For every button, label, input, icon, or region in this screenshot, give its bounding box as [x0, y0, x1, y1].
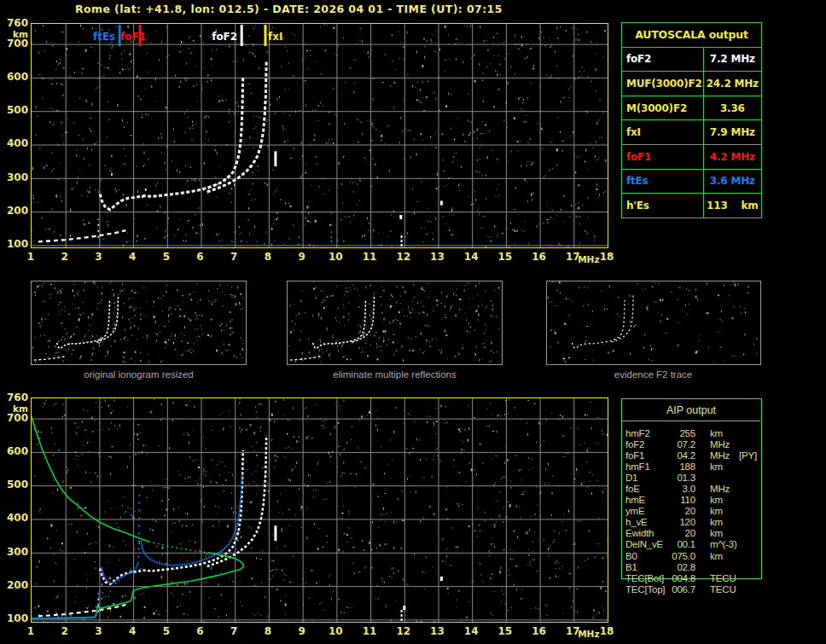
x-axis-tick-label: 1	[20, 625, 42, 637]
autoscala-param-name: M(3000)F2	[622, 96, 704, 120]
aip-row-h_vE: h_vE120km	[625, 517, 769, 528]
x-axis-tick-label: 8	[257, 625, 279, 637]
aip-table-title: AIP output	[622, 404, 760, 416]
aip-param-unit: km	[710, 551, 723, 561]
aip-param-name: Ewidth	[625, 528, 654, 538]
autoscala-param-name: MUF(3000)F2	[622, 72, 704, 96]
x-axis-tick-label: 15	[494, 251, 516, 263]
aip-param-unit: m^(-3)	[710, 539, 737, 549]
autoscala-table-title: AUTOSCALA output	[622, 23, 762, 48]
x-axis-tick-label: 11	[358, 625, 381, 637]
x-axis-unit-label: MHz	[578, 254, 599, 264]
aip-row-TEC[Top]: TEC[Top]006.7TECU	[625, 584, 769, 595]
y-axis-unit-label: km	[2, 29, 28, 40]
aip-param-name: h_vE	[625, 517, 647, 527]
y-axis-tick-label: 200	[2, 206, 28, 217]
aip-param-name: B0	[625, 551, 637, 561]
aip-param-unit: km	[710, 495, 723, 505]
autoscala-row-foF2: foF27.2 MHz	[622, 47, 762, 72]
aip-param-unit: km	[710, 517, 723, 527]
aip-row-B1: B102.8	[625, 562, 769, 573]
y-axis-tick-label: 200	[2, 580, 28, 591]
x-axis-tick-label: 5	[155, 251, 177, 263]
aip-param-name: foE	[625, 484, 640, 494]
aip-param-value: 20	[658, 506, 695, 516]
thumbnail-label: eliminate multiple reflections	[287, 369, 503, 380]
y-axis-tick-label: 400	[2, 513, 28, 524]
autoscala-param-name: ftEs	[622, 169, 704, 194]
aip-row-B0: B0075.0km	[625, 551, 769, 562]
aip-param-value: 110	[658, 495, 695, 505]
x-axis-tick-label: 10	[324, 625, 346, 637]
aip-param-value: 07.2	[658, 439, 695, 450]
x-axis-tick-label: 6	[189, 625, 212, 637]
thumbnail-multiple-reflections-removed	[287, 281, 503, 365]
x-axis-tick-label: 16	[528, 625, 550, 637]
y-axis-tick-label: 300	[2, 547, 28, 558]
aip-row-TEC[Bot]: TEC[Bot]004.8TECU	[625, 573, 769, 584]
autoscala-row-foF1: foF14.2 MHz	[622, 144, 762, 169]
marker-label-ftEs: ftEs	[59, 31, 115, 43]
x-axis-tick-label: 3	[87, 625, 109, 637]
x-axis-tick-label: 12	[393, 625, 415, 637]
aip-param-name: hmF2	[625, 428, 650, 438]
aip-param-value: 01.3	[658, 473, 695, 483]
autoscala-param-value: 7.2 MHz	[703, 47, 761, 72]
aip-row-hmF1: hmF1188km	[625, 461, 769, 473]
top-plot-canvas	[32, 24, 608, 247]
aip-param-name: foF1	[625, 450, 644, 461]
thumbnail-original-ionogram	[31, 281, 247, 365]
x-axis-tick-label: 7	[223, 251, 245, 263]
aip-param-unit: TECU	[710, 573, 736, 583]
aip-param-name: hmE	[625, 495, 645, 505]
top-ionogram-plot	[31, 23, 608, 248]
x-axis-tick-label: 3	[87, 251, 109, 263]
bottom-plot-canvas	[32, 398, 608, 622]
marker-label-foF2: foF2	[181, 31, 237, 43]
aip-row-foF2: foF207.2MHz	[625, 439, 769, 450]
x-axis-tick-label: 10	[324, 251, 346, 263]
autoscala-param-value: 113 km	[703, 194, 761, 218]
aip-param-flag: [PY]	[739, 450, 757, 461]
aip-row-foE: foE3.0MHz	[625, 484, 769, 495]
autoscala-app-screen: { "header": { "title": "Rome (lat: +41.8…	[0, 0, 826, 644]
aip-param-unit: MHz	[710, 450, 730, 461]
thumbnail-label: original ionogram resized	[31, 369, 247, 380]
aip-rows: hmF2255kmfoF207.2MHzfoF104.2MHz[PY]hmF11…	[625, 428, 769, 595]
autoscala-param-value: 3.6 MHz	[703, 169, 761, 194]
aip-param-value: 006.7	[658, 584, 695, 595]
marker-label-foF1: foF1	[120, 31, 146, 43]
autoscala-param-value: 4.2 MHz	[703, 144, 761, 169]
aip-param-value: 04.2	[658, 450, 695, 461]
x-axis-tick-label: 2	[54, 625, 76, 637]
aip-param-unit: km	[710, 528, 723, 538]
aip-param-value: 02.8	[658, 562, 695, 572]
thumbnail-evidence-f2-trace	[546, 281, 761, 365]
autoscala-row-M(3000)F2: M(3000)F23.36	[622, 96, 762, 120]
y-axis-tick-label: 600	[2, 72, 28, 83]
aip-row-ymE: ymE20km	[625, 506, 769, 517]
aip-param-unit: km	[710, 428, 723, 438]
x-axis-tick-label: 15	[494, 625, 516, 637]
x-axis-tick-label: 13	[426, 625, 448, 637]
aip-param-unit: km	[710, 506, 723, 516]
autoscala-param-name: foF1	[622, 144, 704, 169]
y-axis-tick-label: 760	[2, 18, 28, 29]
aip-param-unit: km	[710, 461, 723, 472]
aip-param-value: 3.0	[658, 484, 695, 494]
autoscala-param-value: 24.2 MHz	[703, 72, 761, 96]
thumb-1-canvas	[288, 281, 500, 363]
aip-row-foF1: foF104.2MHz[PY]	[625, 450, 769, 461]
aip-title-separator	[622, 421, 760, 421]
autoscala-param-value: 7.9 MHz	[703, 120, 761, 145]
y-axis-tick-label: 400	[2, 138, 28, 149]
x-axis-tick-label: 14	[460, 625, 482, 637]
thumbnail-label: evidence F2 trace	[545, 369, 761, 380]
thumb-0-canvas	[32, 281, 244, 363]
aip-param-value: 00.1	[658, 539, 695, 549]
x-axis-tick-label: 12	[393, 251, 415, 263]
x-axis-tick-label: 9	[291, 625, 313, 637]
aip-param-unit: MHz	[710, 484, 730, 494]
y-axis-unit-label: km	[2, 403, 28, 415]
aip-row-hmE: hmE110km	[625, 495, 769, 506]
